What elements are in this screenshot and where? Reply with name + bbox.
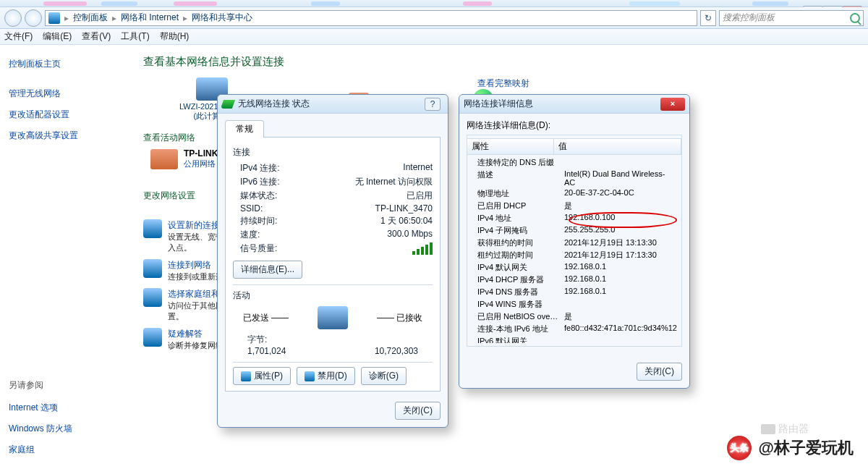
- tab-general[interactable]: 常规: [225, 120, 264, 138]
- forward-button[interactable]: [25, 9, 42, 27]
- close-icon[interactable]: ×: [660, 98, 685, 111]
- detail-row: IPv4 DNS 服务器192.168.0.1: [473, 286, 676, 298]
- detail-row: 描述Intel(R) Dual Band Wireless-AC: [473, 169, 676, 187]
- status-row: 媒体状态:已启用: [240, 189, 433, 203]
- crumb-root[interactable]: 控制面板: [73, 12, 108, 24]
- detail-row: IPv6 默认网关: [473, 335, 676, 343]
- detail-row: 物理地址20-0E-37-2C-04-0C: [473, 187, 676, 200]
- bytes-recv: 10,720,303: [375, 346, 418, 356]
- bytes-label: 字节:: [247, 334, 267, 346]
- sidebar: 控制面板主页 管理无线网络 更改适配器设置 更改高级共享设置 另请参阅 Inte…: [0, 45, 130, 469]
- detail-row: IPv4 DHCP 服务器192.168.0.1: [473, 274, 676, 286]
- group-connection: 连接: [233, 146, 433, 159]
- control-panel-icon: [48, 12, 60, 24]
- close-details-button[interactable]: 关闭(C): [637, 363, 682, 381]
- group-activity: 活动: [233, 290, 433, 302]
- help-button[interactable]: ?: [425, 98, 441, 111]
- properties-button[interactable]: 属性(P): [233, 367, 291, 385]
- sidebar-adapter-settings[interactable]: 更改适配器设置: [9, 106, 122, 124]
- status-row: IPv4 连接:Internet: [240, 161, 433, 175]
- sidebar-homegroup[interactable]: 家庭组: [9, 441, 122, 459]
- crumb-network[interactable]: 网络和 Internet: [121, 12, 179, 24]
- menu-file[interactable]: 文件(F): [4, 30, 33, 43]
- wifi-icon: [221, 100, 235, 109]
- page-title: 查看基本网络信息并设置连接: [143, 55, 855, 69]
- detail-row: 已启用 NetBIOS ove…是: [473, 310, 676, 323]
- details-list: 连接特定的 DNS 后缀描述Intel(R) Dual Band Wireles…: [467, 155, 681, 343]
- author-name: @林子爱玩机: [759, 437, 854, 459]
- status-row: 速度:300.0 Mbps: [240, 228, 433, 242]
- crumb-sharing-center[interactable]: 网络和共享中心: [192, 12, 252, 24]
- status-row: 持续时间:1 天 06:50:04: [240, 214, 433, 228]
- menu-help[interactable]: 帮助(H): [160, 30, 190, 43]
- task-icon: [143, 259, 162, 278]
- details-dialog-title: 网络连接详细信息: [464, 98, 660, 110]
- col-value: 值: [554, 139, 681, 154]
- detail-row: 连接-本地 IPv6 地址fe80::d432:471a:701c:9d34%1…: [473, 323, 676, 335]
- sidebar-sharing-settings[interactable]: 更改高级共享设置: [9, 127, 122, 145]
- diagnose-button[interactable]: 诊断(G): [361, 367, 407, 385]
- router-icon: [761, 424, 775, 434]
- detail-row: IPv4 子网掩码255.255.255.0: [473, 224, 676, 237]
- adapter-icon: [150, 149, 178, 169]
- task-icon: [143, 288, 162, 307]
- sidebar-manage-wifi[interactable]: 管理无线网络: [9, 85, 122, 103]
- task-icon: [143, 328, 162, 347]
- status-row: IPv6 连接:无 Internet 访问权限: [240, 175, 433, 189]
- menu-view[interactable]: 查看(V): [82, 30, 111, 43]
- wlan-status-dialog: 无线网络连接 状态 ? 常规 连接 IPv4 连接:InternetIPv6 连…: [217, 94, 448, 428]
- detail-row: 获得租约的时间2021年12月19日 13:13:30: [473, 237, 676, 249]
- menu-bar: 文件(F) 编辑(E) 查看(V) 工具(T) 帮助(H): [0, 29, 868, 45]
- refresh-button[interactable]: ↻: [700, 10, 716, 26]
- sent-label: 已发送 ——: [243, 312, 289, 324]
- details-list-label: 网络连接详细信息(D):: [467, 119, 682, 132]
- disable-button[interactable]: 禁用(D): [297, 367, 355, 385]
- detail-row: 连接特定的 DNS 后缀: [473, 156, 676, 169]
- author-watermark: 头条 @林子爱玩机: [727, 436, 854, 460]
- connection-details-dialog: 网络连接详细信息 × 网络连接详细信息(D): 属性 值 连接特定的 DNS 后…: [459, 94, 690, 389]
- browser-tabstrip: [0, 0, 868, 7]
- see-also-label: 另请参阅: [9, 379, 122, 396]
- close-status-button[interactable]: 关闭(C): [395, 402, 441, 420]
- dialog-title: 无线网络连接 状态: [238, 98, 425, 110]
- sidebar-windows-firewall[interactable]: Windows 防火墙: [9, 420, 122, 438]
- search-icon: [850, 13, 860, 23]
- breadcrumb[interactable]: ▸ 控制面板 ▸ 网络和 Internet ▸ 网络和共享中心: [45, 10, 697, 26]
- detail-row: IPv4 地址192.168.0.100: [473, 212, 676, 224]
- shield-icon: [305, 371, 315, 381]
- search-input[interactable]: 搜索控制面板: [719, 10, 864, 26]
- detail-row: IPv4 WINS 服务器: [473, 298, 676, 310]
- full-map-link[interactable]: 查看完整映射: [477, 77, 529, 90]
- details-button[interactable]: 详细信息(E)...: [233, 261, 302, 279]
- col-property: 属性: [467, 139, 554, 154]
- detail-row: 租约过期的时间2021年12月19日 17:13:30: [473, 249, 676, 261]
- sidebar-home[interactable]: 控制面板主页: [9, 55, 122, 73]
- shield-icon: [241, 371, 251, 381]
- back-button[interactable]: [4, 9, 22, 27]
- menu-tools[interactable]: 工具(T): [121, 30, 149, 43]
- address-bar: ▸ 控制面板 ▸ 网络和 Internet ▸ 网络和共享中心 ↻ 搜索控制面板: [0, 7, 868, 29]
- detail-row: IPv4 默认网关192.168.0.1: [473, 261, 676, 274]
- menu-edit[interactable]: 编辑(E): [43, 30, 72, 43]
- search-placeholder: 搜索控制面板: [723, 12, 775, 24]
- status-row: SSID:TP-LINK_3470: [240, 203, 433, 214]
- detail-row: 已启用 DHCP是: [473, 200, 676, 212]
- sidebar-internet-options[interactable]: Internet 选项: [9, 399, 122, 417]
- details-header: 属性 值: [467, 138, 681, 155]
- bytes-sent: 1,701,024: [247, 346, 286, 356]
- activity-pc-icon: [318, 306, 348, 329]
- task-icon: [143, 219, 162, 238]
- signal-label: 信号质量:: [240, 242, 277, 257]
- router-watermark: 路由器: [761, 423, 809, 436]
- signal-bars-icon: [412, 242, 433, 255]
- toutiao-icon: 头条: [727, 436, 752, 460]
- recv-label: —— 已接收: [377, 312, 422, 324]
